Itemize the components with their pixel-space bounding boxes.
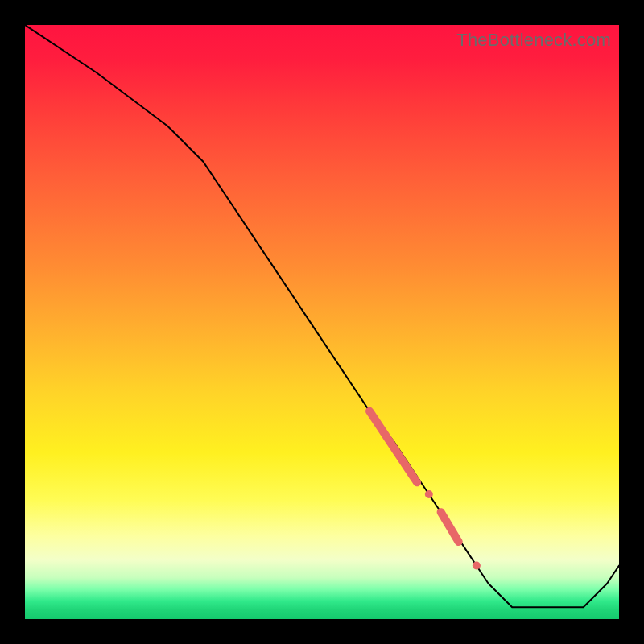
marker-segment	[369, 411, 417, 483]
plot-area: TheBottleneck.com	[25, 25, 619, 619]
marker-dot	[473, 562, 481, 570]
chart-overlay	[25, 25, 619, 619]
marker-segment	[441, 512, 459, 542]
bottleneck-curve	[25, 25, 619, 607]
chart-frame: TheBottleneck.com	[0, 0, 644, 644]
marker-dot	[425, 490, 433, 498]
